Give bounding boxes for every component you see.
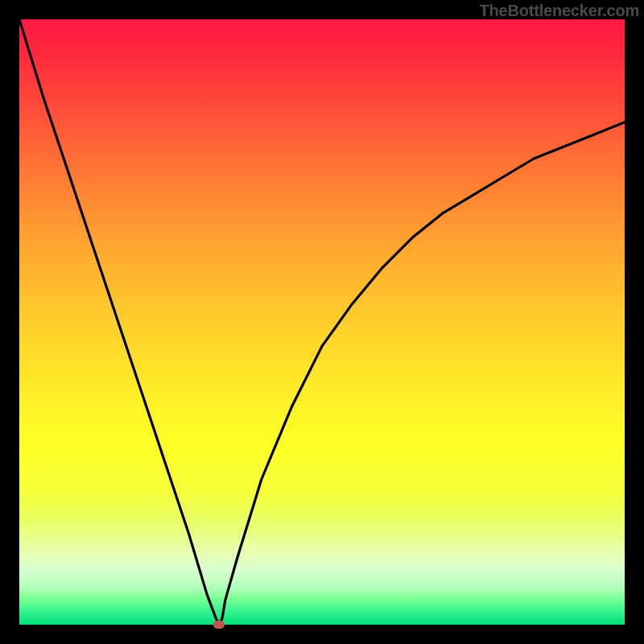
min-point-marker [213,621,225,629]
attribution-text: TheBottlenecker.com [480,2,640,20]
bottleneck-curve [19,19,625,625]
chart-stage: TheBottlenecker.com [0,0,644,644]
plot-area [19,19,625,625]
